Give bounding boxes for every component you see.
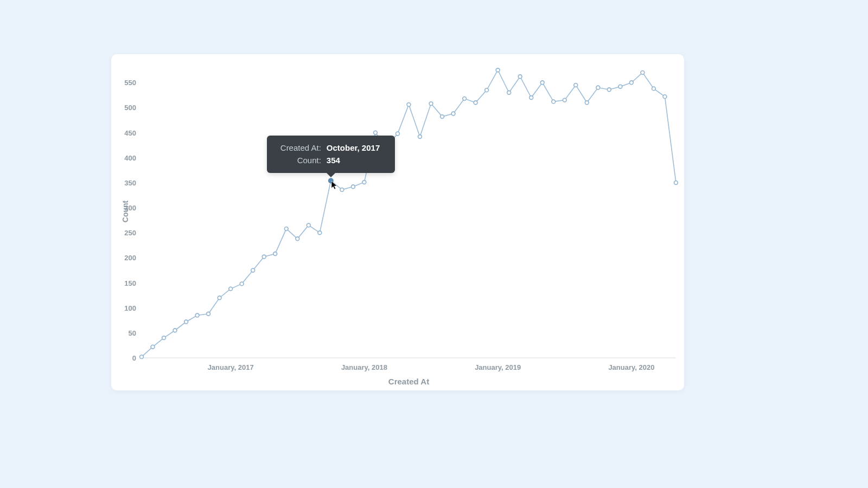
- data-point-marker[interactable]: [240, 282, 244, 286]
- data-point-marker[interactable]: [574, 84, 578, 87]
- data-point-marker[interactable]: [218, 296, 221, 300]
- data-point-marker[interactable]: [140, 355, 144, 359]
- data-point-marker[interactable]: [474, 101, 477, 105]
- data-point-marker[interactable]: [351, 185, 355, 189]
- data-point-marker[interactable]: [618, 85, 622, 88]
- data-point-marker[interactable]: [151, 345, 155, 349]
- data-point-marker[interactable]: [396, 132, 400, 136]
- data-point-marker[interactable]: [507, 91, 511, 94]
- chart-plot-area[interactable]: Count Created At Created At: October, 20…: [142, 65, 676, 358]
- data-point-marker[interactable]: [273, 252, 277, 256]
- data-point-marker[interactable]: [641, 70, 644, 74]
- x-tick-label: January, 2020: [608, 363, 654, 371]
- line-series: [142, 70, 676, 357]
- data-point-marker[interactable]: [173, 329, 177, 332]
- data-point-marker[interactable]: [540, 81, 544, 85]
- data-point-marker[interactable]: [207, 312, 210, 316]
- data-point-marker[interactable]: [529, 96, 533, 100]
- data-point-marker[interactable]: [485, 88, 489, 92]
- y-tick-label: 400: [114, 153, 136, 162]
- y-tick-label: 250: [114, 229, 136, 237]
- data-point-marker[interactable]: [374, 131, 378, 134]
- data-point-marker[interactable]: [385, 145, 388, 149]
- data-point-marker[interactable]: [585, 101, 589, 105]
- y-tick-label: 50: [114, 329, 136, 337]
- x-tick-label: January, 2019: [475, 363, 521, 371]
- chart-svg: [142, 65, 676, 358]
- data-point-marker[interactable]: [407, 103, 411, 107]
- chart-card: Count Created At Created At: October, 20…: [111, 54, 684, 390]
- data-point-marker[interactable]: [552, 100, 556, 104]
- data-point-marker[interactable]: [329, 178, 333, 183]
- data-point-marker[interactable]: [441, 115, 444, 119]
- data-point-marker[interactable]: [518, 75, 522, 79]
- data-point-marker[interactable]: [563, 98, 566, 102]
- data-point-marker[interactable]: [195, 313, 199, 317]
- y-tick-label: 350: [114, 178, 136, 187]
- y-tick-label: 550: [114, 79, 136, 87]
- data-point-marker[interactable]: [463, 97, 467, 100]
- data-point-marker[interactable]: [229, 287, 233, 291]
- y-tick-label: 100: [114, 304, 136, 312]
- data-point-marker[interactable]: [362, 181, 366, 184]
- data-point-marker[interactable]: [340, 188, 344, 191]
- data-point-marker[interactable]: [652, 87, 656, 91]
- data-point-marker[interactable]: [251, 268, 255, 272]
- y-tick-label: 500: [114, 104, 136, 112]
- data-point-marker[interactable]: [162, 336, 166, 340]
- x-tick-label: January, 2017: [208, 363, 254, 371]
- y-tick-label: 200: [114, 254, 136, 262]
- y-tick-label: 0: [114, 354, 136, 362]
- data-point-marker[interactable]: [630, 81, 634, 85]
- x-axis-label: Created At: [388, 377, 429, 386]
- x-tick-label: January, 2018: [341, 363, 387, 371]
- data-point-marker[interactable]: [418, 135, 422, 139]
- data-point-marker[interactable]: [262, 255, 266, 259]
- y-tick-label: 300: [114, 204, 136, 212]
- data-point-marker[interactable]: [607, 88, 611, 92]
- y-tick-label: 150: [114, 279, 136, 287]
- data-point-marker[interactable]: [496, 68, 500, 72]
- data-point-marker[interactable]: [429, 102, 433, 106]
- data-point-marker[interactable]: [318, 231, 322, 235]
- data-point-marker[interactable]: [451, 112, 455, 115]
- data-point-marker[interactable]: [307, 223, 310, 227]
- data-point-marker[interactable]: [296, 237, 299, 241]
- data-point-marker[interactable]: [284, 227, 288, 230]
- data-point-marker[interactable]: [674, 181, 678, 185]
- data-point-marker[interactable]: [663, 95, 667, 99]
- data-point-marker[interactable]: [184, 320, 188, 324]
- y-tick-label: 450: [114, 129, 136, 137]
- data-point-marker[interactable]: [596, 86, 600, 89]
